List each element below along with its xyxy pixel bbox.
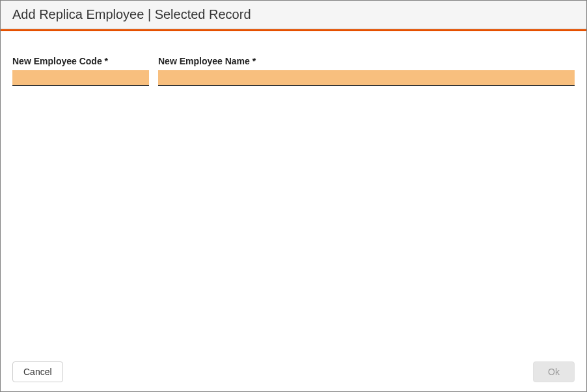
employee-name-input[interactable] (158, 70, 575, 86)
dialog-body: New Employee Code * New Employee Name * (1, 31, 586, 355)
employee-code-input[interactable] (12, 70, 149, 86)
dialog: Add Replica Employee | Selected Record N… (0, 0, 587, 392)
dialog-header: Add Replica Employee | Selected Record (1, 1, 586, 29)
dialog-title: Add Replica Employee | Selected Record (12, 7, 575, 22)
employee-code-label: New Employee Code * (12, 56, 149, 66)
employee-name-label: New Employee Name * (158, 56, 575, 66)
cancel-button[interactable]: Cancel (12, 361, 63, 382)
field-group-employee-code: New Employee Code * (12, 56, 149, 86)
dialog-footer: Cancel Ok (1, 355, 586, 391)
ok-button: Ok (533, 361, 575, 382)
field-group-employee-name: New Employee Name * (158, 56, 575, 86)
